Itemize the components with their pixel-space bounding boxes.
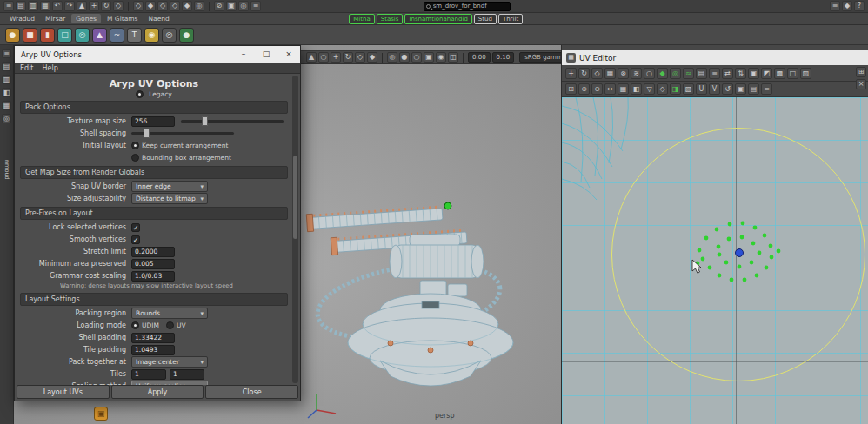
- toolbar-toggle[interactable]: Mitna: [349, 14, 374, 24]
- snap-to-grid-icon[interactable]: ◇: [133, 1, 144, 11]
- toolbar-toggle[interactable]: Thrilt: [498, 14, 523, 24]
- move-tool-icon[interactable]: +: [89, 1, 99, 11]
- uv-scale-tool-icon[interactable]: ◇: [591, 68, 603, 79]
- section-prefixes[interactable]: Pre-Fixes on Layout: [20, 207, 288, 220]
- channel-box-icon[interactable]: ▥: [2, 75, 11, 84]
- initial-layout-option1-radio[interactable]: [131, 142, 139, 149]
- shelf-camera-icon[interactable]: ◎: [162, 28, 177, 43]
- minimize-button[interactable]: –: [232, 46, 255, 63]
- uv-dim-image-icon[interactable]: ◧: [631, 83, 642, 95]
- uv-cut-tool-icon[interactable]: ⊗: [618, 68, 629, 79]
- vp-move-icon[interactable]: +: [331, 52, 341, 63]
- region-dropdown[interactable]: Bounds: [131, 308, 208, 319]
- outliner-icon[interactable]: ≡: [2, 49, 11, 58]
- minarea-input[interactable]: [131, 259, 175, 269]
- vp-textured-icon[interactable]: ▣: [424, 52, 434, 63]
- toolbar-item[interactable]: Gones: [71, 14, 101, 23]
- pin-icon[interactable]: ◆: [842, 1, 852, 11]
- toolbar-item[interactable]: M Gitams: [103, 14, 143, 23]
- shelf-cylinder-icon[interactable]: ▮: [40, 28, 55, 43]
- uv-paste-icon[interactable]: ▤: [748, 83, 759, 95]
- select-tool-icon[interactable]: ▲: [77, 1, 87, 11]
- border-dropdown[interactable]: Inner edge: [131, 181, 208, 192]
- search-input[interactable]: [433, 3, 508, 10]
- initial-layout-option2-radio[interactable]: [131, 154, 139, 162]
- shelf-sphere-icon[interactable]: ●: [5, 28, 20, 43]
- adjacency-dropdown[interactable]: Distance to litmap: [131, 193, 208, 204]
- packat-dropdown[interactable]: Image center: [131, 356, 208, 368]
- ipr-render-icon[interactable]: ◎: [238, 1, 249, 11]
- smooth-vertices-checkbox[interactable]: [131, 235, 140, 244]
- snap-to-curve-icon[interactable]: ◆: [145, 1, 156, 11]
- uv-options-icon[interactable]: ≡: [761, 83, 772, 95]
- shelf-cone-icon[interactable]: ▲: [92, 28, 107, 43]
- layer-editor-icon[interactable]: ▤: [2, 62, 11, 71]
- shelf-curve-icon[interactable]: ~: [110, 28, 124, 43]
- snap-to-view-plane-icon[interactable]: ◆: [182, 1, 192, 11]
- uv-display-checker-icon[interactable]: ▩: [774, 68, 785, 79]
- uv-optimize-icon[interactable]: ≈: [683, 68, 694, 79]
- toolbar-item[interactable]: Mirsar: [41, 14, 70, 23]
- shelf-material-icon[interactable]: ●: [179, 28, 194, 43]
- maximize-button[interactable]: □: [255, 46, 277, 63]
- shelf-cube-icon[interactable]: ■: [23, 28, 37, 43]
- uv-pan-icon[interactable]: ↔: [604, 83, 616, 95]
- vp-snap-icon[interactable]: ◆: [367, 52, 377, 63]
- vp-shaded-icon[interactable]: ●: [399, 52, 410, 63]
- uv-copy-icon[interactable]: ▣: [735, 83, 746, 95]
- scale-tool-icon[interactable]: ◇: [113, 1, 124, 11]
- shellpad-input[interactable]: [131, 333, 175, 343]
- panel-menu-icon[interactable]: ▦: [566, 53, 576, 63]
- rotate-tool-icon[interactable]: ↻: [101, 1, 111, 11]
- uv-straighten-icon[interactable]: ≡: [709, 68, 720, 79]
- uv-view-grid-icon[interactable]: ⊞: [565, 83, 577, 95]
- uv-distribute-icon[interactable]: ⇅: [735, 68, 746, 79]
- new-scene-icon[interactable]: ▤: [16, 1, 26, 11]
- open-scene-icon[interactable]: ▥: [28, 1, 38, 11]
- uv-layout-icon[interactable]: ▤: [696, 68, 707, 79]
- shelf-torus-icon[interactable]: ◎: [75, 28, 90, 43]
- toolbar-toggle[interactable]: Stasis: [377, 14, 404, 24]
- close-button[interactable]: ×: [277, 46, 300, 63]
- make-live-icon[interactable]: ◎: [194, 1, 204, 11]
- uv-pixel-snap-icon[interactable]: ◇: [657, 83, 668, 95]
- render-settings-icon[interactable]: ≡: [250, 1, 261, 11]
- snap-to-projected-center-icon[interactable]: ◇: [170, 1, 180, 11]
- tilepad-input[interactable]: [131, 345, 175, 355]
- uv-tile-icon[interactable]: ▦: [618, 83, 629, 95]
- dialog-scrollbar[interactable]: [292, 76, 298, 383]
- vp-lasso-icon[interactable]: ○: [318, 52, 329, 63]
- uv-texture-display-icon[interactable]: ▨: [800, 68, 811, 79]
- attribute-editor-icon[interactable]: ▦: [2, 101, 11, 110]
- slider-handle[interactable]: [144, 129, 150, 138]
- slider-handle[interactable]: [202, 116, 208, 126]
- uv-snapshot-icon[interactable]: ▣: [748, 68, 759, 79]
- dialog-menu-help[interactable]: Help: [43, 64, 58, 72]
- uv-value-v-icon[interactable]: V: [709, 83, 720, 95]
- main-menu-icon[interactable]: ≡: [3, 1, 14, 11]
- uv-zoom-in-icon[interactable]: ⊕: [578, 83, 590, 95]
- apply-button[interactable]: Apply: [111, 385, 204, 399]
- cost-input[interactable]: [131, 271, 175, 282]
- save-scene-icon[interactable]: ▦: [40, 1, 50, 11]
- snap-to-point-icon[interactable]: ◇: [157, 1, 168, 11]
- uv-refresh-icon[interactable]: ↺: [722, 83, 733, 95]
- uv-align-icon[interactable]: ⇄: [722, 68, 733, 79]
- toolbar-toggle[interactable]: Insnamtionahandid: [404, 14, 471, 24]
- construction-history-icon[interactable]: ⊘: [214, 1, 224, 11]
- uv-zoom-out-icon[interactable]: ⊖: [591, 83, 603, 95]
- shelf-plane-icon[interactable]: □: [57, 28, 72, 43]
- lock-vertices-checkbox[interactable]: [131, 223, 140, 232]
- search-field[interactable]: [424, 2, 511, 11]
- toolbar-toggle[interactable]: Stud: [474, 14, 497, 24]
- undo-icon[interactable]: ↶: [52, 1, 63, 11]
- toolbar-item[interactable]: Wradud: [5, 14, 39, 23]
- vp-lights-icon[interactable]: ◉: [436, 52, 446, 63]
- legacy-radio[interactable]: [136, 90, 144, 98]
- uv-shade-uvs-icon[interactable]: ◨: [670, 83, 681, 95]
- uv-rotate-tool-icon[interactable]: ↻: [578, 68, 590, 79]
- section-map-size[interactable]: Get Map Size from Render Globals: [20, 166, 288, 179]
- vp-select-icon[interactable]: ▲: [306, 52, 317, 63]
- spacing-slider[interactable]: [131, 132, 234, 135]
- uv-sew-tool-icon[interactable]: ≋: [631, 68, 642, 79]
